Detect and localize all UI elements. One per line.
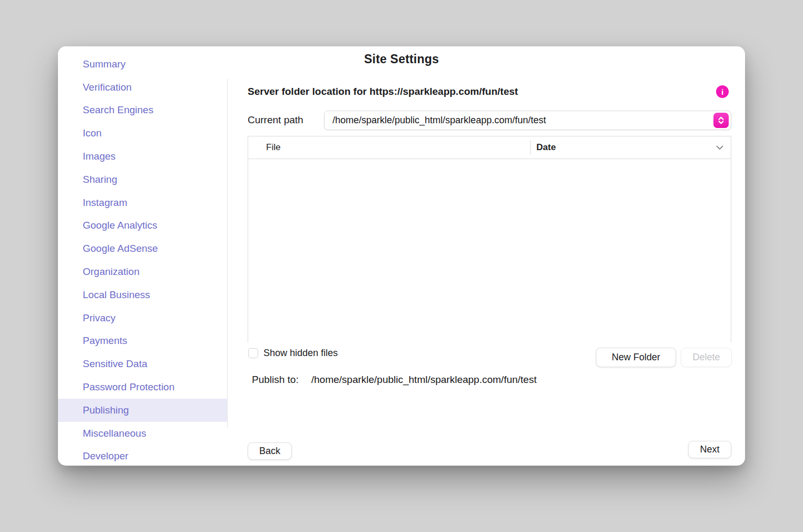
sidebar-list: Summary Verification Search Engines Icon… xyxy=(58,53,227,466)
column-header-file[interactable]: File xyxy=(248,142,530,153)
sidebar-item-password-protection[interactable]: Password Protection xyxy=(58,376,227,399)
settings-sidebar: Summary Verification Search Engines Icon… xyxy=(58,46,227,466)
sidebar-item-privacy[interactable]: Privacy xyxy=(58,307,227,330)
sidebar-item-developer[interactable]: Developer xyxy=(58,445,227,466)
new-folder-button[interactable]: New Folder xyxy=(596,348,676,367)
current-path-select[interactable]: /home/sparkle/public_html/sparkleapp.com… xyxy=(324,111,731,130)
publish-to-row: Publish to: /home/sparkle/public_html/sp… xyxy=(252,374,536,386)
file-list-empty-area[interactable] xyxy=(248,159,731,342)
current-path-label: Current path xyxy=(248,114,324,126)
up-down-chevrons-icon[interactable] xyxy=(713,113,729,128)
current-path-row: Current path /home/sparkle/public_html/s… xyxy=(248,110,731,130)
column-header-date-label: Date xyxy=(536,142,556,153)
show-hidden-files-row: Show hidden files xyxy=(248,347,338,359)
sidebar-item-icon[interactable]: Icon xyxy=(58,122,227,145)
next-button[interactable]: Next xyxy=(688,441,731,458)
sidebar-top-clip xyxy=(58,46,227,61)
file-table-header: File Date xyxy=(248,136,731,159)
show-hidden-files-label: Show hidden files xyxy=(263,348,338,359)
current-path-value: /home/sparkle/public_html/sparkleapp.com… xyxy=(332,115,546,126)
info-icon[interactable]: i xyxy=(716,85,729,98)
publish-to-label: Publish to: xyxy=(252,374,299,386)
sidebar-item-miscellaneous[interactable]: Miscellaneous xyxy=(58,422,227,445)
publish-to-value: /home/sparkle/public_html/sparkleapp.com… xyxy=(311,374,537,386)
show-hidden-files-checkbox[interactable] xyxy=(248,348,258,358)
sidebar-item-sensitive-data[interactable]: Sensitive Data xyxy=(58,352,227,376)
server-folder-heading-row: Server folder location for https://spark… xyxy=(248,84,731,99)
sidebar-item-google-adsense[interactable]: Google AdSense xyxy=(58,237,227,260)
chevron-down-icon[interactable] xyxy=(716,142,723,153)
sidebar-divider xyxy=(227,79,228,428)
site-settings-dialog: Site Settings Summary Verification Searc… xyxy=(58,46,745,466)
sidebar-item-payments[interactable]: Payments xyxy=(58,330,227,353)
sidebar-item-images[interactable]: Images xyxy=(58,145,227,168)
delete-button[interactable]: Delete xyxy=(681,348,732,367)
sidebar-item-verification[interactable]: Verification xyxy=(58,76,227,99)
sidebar-item-organization[interactable]: Organization xyxy=(58,260,227,283)
column-header-date[interactable]: Date xyxy=(531,142,731,153)
sidebar-item-search-engines[interactable]: Search Engines xyxy=(58,99,227,122)
back-button[interactable]: Back xyxy=(248,442,292,460)
server-file-table: File Date xyxy=(248,136,731,342)
sidebar-item-local-business[interactable]: Local Business xyxy=(58,283,227,307)
sidebar-item-publishing[interactable]: Publishing xyxy=(58,399,227,422)
sidebar-item-google-analytics[interactable]: Google Analytics xyxy=(58,214,227,238)
server-folder-heading: Server folder location for https://spark… xyxy=(248,86,518,97)
sidebar-item-instagram[interactable]: Instagram xyxy=(58,191,227,214)
sidebar-item-sharing[interactable]: Sharing xyxy=(58,168,227,191)
